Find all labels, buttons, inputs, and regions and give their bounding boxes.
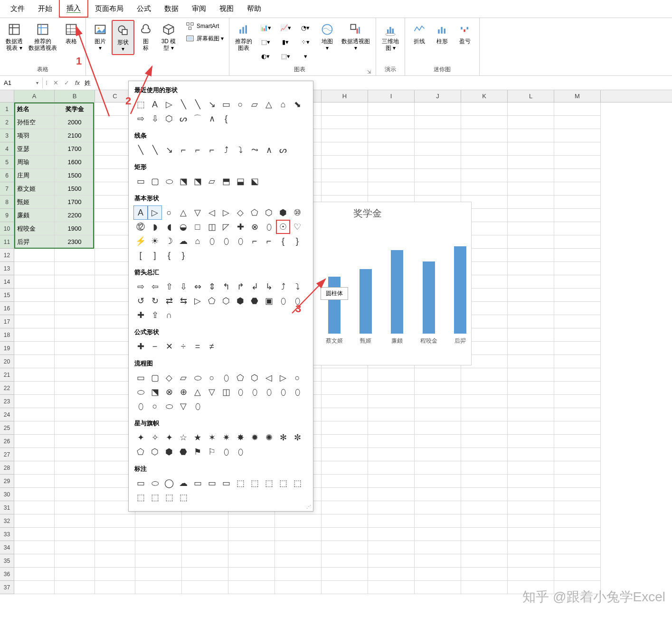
cell[interactable]: [135, 568, 182, 581]
col-header-M[interactable]: M: [554, 90, 601, 102]
pivot-chart-button[interactable]: 数据透视图 ▾: [339, 20, 373, 53]
row-header[interactable]: 18: [0, 328, 14, 342]
col-header-H[interactable]: H: [322, 90, 368, 102]
shape-option[interactable]: ⬢: [276, 205, 290, 220]
cell[interactable]: [461, 461, 508, 475]
cell[interactable]: [368, 156, 415, 169]
cell[interactable]: [228, 514, 275, 528]
cell[interactable]: [554, 475, 601, 488]
cell[interactable]: [322, 116, 368, 129]
shape-option[interactable]: ☁: [176, 234, 190, 248]
cell[interactable]: [55, 581, 95, 594]
shape-option[interactable]: ⬚: [262, 476, 276, 490]
row-header[interactable]: 6: [0, 169, 14, 182]
cell[interactable]: [461, 382, 508, 395]
chart-combo-button[interactable]: ◐▾: [256, 49, 275, 63]
charts-dialog-launcher[interactable]: ⇲: [367, 69, 371, 75]
cell[interactable]: [508, 249, 554, 262]
row-header[interactable]: 17: [0, 315, 14, 328]
shape-option[interactable]: ⬚: [162, 490, 176, 504]
menu-file[interactable]: 文件: [4, 0, 31, 17]
cell[interactable]: [322, 448, 368, 461]
cell[interactable]: 1900: [55, 222, 95, 235]
shape-option[interactable]: ⌐: [176, 143, 190, 157]
cell[interactable]: [508, 275, 554, 289]
cell[interactable]: [508, 169, 554, 182]
menu-insert[interactable]: 插入: [59, 0, 88, 18]
cell[interactable]: [415, 514, 461, 528]
cell[interactable]: [14, 382, 55, 395]
shape-option[interactable]: ✶: [205, 430, 219, 445]
shape-option[interactable]: ⚑: [190, 445, 205, 459]
cell[interactable]: [322, 581, 368, 594]
shape-option[interactable]: ⇨: [133, 280, 148, 294]
shape-option[interactable]: ⬔: [148, 385, 162, 399]
shape-option[interactable]: △: [262, 97, 276, 112]
row-header[interactable]: 21: [0, 368, 14, 382]
shape-option[interactable]: ⬠: [233, 371, 247, 385]
cell[interactable]: 亚瑟: [14, 142, 55, 156]
cell[interactable]: [135, 581, 182, 594]
cell[interactable]: [508, 156, 554, 169]
shape-option[interactable]: ∧: [262, 143, 276, 157]
shape-option[interactable]: ○: [148, 399, 162, 413]
cell[interactable]: [14, 581, 55, 594]
cell[interactable]: [55, 528, 95, 541]
cell[interactable]: [368, 461, 415, 475]
cell[interactable]: [322, 475, 368, 488]
cell[interactable]: [415, 368, 461, 382]
row-header[interactable]: 28: [0, 461, 14, 475]
shape-option[interactable]: ↱: [233, 280, 247, 294]
cell[interactable]: [554, 116, 601, 129]
cell[interactable]: [508, 514, 554, 528]
cell[interactable]: [415, 408, 461, 421]
cell[interactable]: [554, 275, 601, 289]
shape-option[interactable]: ⬭: [162, 174, 176, 188]
cell[interactable]: [55, 395, 95, 408]
shape-option[interactable]: ⑩: [290, 205, 304, 220]
cell[interactable]: [415, 461, 461, 475]
shape-option[interactable]: ⬠: [205, 294, 219, 308]
shape-option[interactable]: ▢: [148, 174, 162, 188]
cell[interactable]: [14, 568, 55, 581]
shape-option[interactable]: ⇩: [148, 112, 162, 126]
cell[interactable]: [415, 568, 461, 581]
cell[interactable]: [182, 554, 228, 568]
row-header[interactable]: 10: [0, 222, 14, 235]
shape-option[interactable]: ✚: [233, 220, 247, 234]
cell[interactable]: [461, 169, 508, 182]
cell[interactable]: 2100: [55, 129, 95, 142]
shape-option[interactable]: ╲: [148, 143, 162, 157]
cell[interactable]: [368, 514, 415, 528]
shape-option[interactable]: ⤳: [247, 143, 262, 157]
shape-option[interactable]: ⬭: [190, 371, 205, 385]
shape-option[interactable]: ⬯: [133, 399, 148, 413]
shape-option[interactable]: ⬚: [247, 476, 262, 490]
cell[interactable]: [14, 488, 55, 501]
cell[interactable]: 1700: [55, 196, 95, 209]
row-header[interactable]: 2: [0, 116, 14, 129]
shape-option[interactable]: ▭: [133, 476, 148, 490]
shape-option[interactable]: {: [162, 248, 176, 262]
cell[interactable]: [55, 408, 95, 421]
cell[interactable]: [275, 568, 322, 581]
cell[interactable]: [14, 528, 55, 541]
shape-option[interactable]: ⬯: [276, 385, 290, 399]
shape-option[interactable]: ⬣: [176, 445, 190, 459]
shape-option[interactable]: ⬕: [247, 174, 262, 188]
cell[interactable]: [368, 448, 415, 461]
cell[interactable]: [322, 129, 368, 142]
cell[interactable]: [368, 408, 415, 421]
shape-option[interactable]: ▽: [205, 385, 219, 399]
cell[interactable]: [322, 421, 368, 435]
chart-bar[interactable]: [391, 250, 403, 334]
shape-option[interactable]: ◸: [219, 220, 233, 234]
shape-option[interactable]: ◯: [162, 476, 176, 490]
cell[interactable]: [508, 435, 554, 448]
cell[interactable]: 2200: [55, 209, 95, 222]
chart-bar[interactable]: [454, 246, 466, 334]
cell[interactable]: [95, 554, 135, 568]
cell[interactable]: [322, 169, 368, 182]
cell[interactable]: [182, 568, 228, 581]
shape-option[interactable]: ∩: [162, 308, 176, 322]
